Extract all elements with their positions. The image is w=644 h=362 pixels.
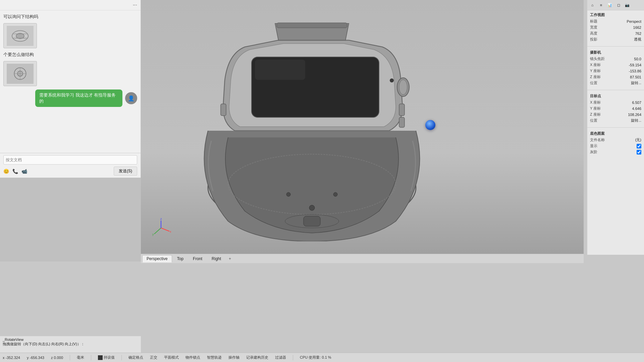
svg-rect-15 [399, 104, 405, 116]
lower-left-area [0, 178, 141, 261]
status-snap5[interactable]: 智慧轨迹 [207, 355, 222, 360]
rp-value-height: 762 [635, 32, 641, 36]
command-line-1: _RotateView [3, 338, 138, 342]
svg-point-24 [286, 192, 290, 196]
rp-icon-home[interactable]: ⌂ [589, 1, 596, 9]
rp-row-grayscale: 灰阶 [590, 149, 641, 155]
tab-front[interactable]: Front [189, 255, 207, 262]
svg-rect-16 [399, 117, 405, 127]
rp-row-x-tgt: X 座标 6.507 [590, 100, 641, 105]
svg-rect-17 [221, 104, 226, 116]
rp-label-width: 宽度 [590, 25, 597, 30]
viewport-tabs: Perspective Top Front Right + [141, 254, 584, 263]
viewport[interactable]: x y z [141, 0, 584, 255]
tab-perspective[interactable]: Perspective [142, 255, 172, 262]
avatar: 👤 [125, 92, 137, 104]
rp-section-camera: 摄影机 镜头焦距 50.0 X 座标 -59.154 Y 座标 -153.86 … [587, 48, 644, 88]
status-snap7[interactable]: 记录建构历史 [246, 355, 268, 360]
rp-title-bg: 底色图案 [590, 131, 641, 136]
rp-value-pos-cam: 旋转... [631, 80, 641, 85]
chat-panel: ··· 可以询问下结构吗 个要怎么做结构 [0, 0, 141, 178]
svg-point-2 [16, 33, 24, 39]
tab-add-button[interactable]: + [226, 255, 234, 262]
rp-checkbox-grayscale[interactable] [637, 150, 641, 155]
rp-icon-camera[interactable]: 📷 [624, 1, 631, 9]
rp-row-y-cam: Y 座标 -153.86 [590, 68, 641, 73]
chat-thumbnail-1 [3, 23, 37, 48]
rp-value-pos-tgt: 旋转... [631, 118, 641, 123]
chat-bubble: 需要系统和我学习 我这边才 有指导服务的 [35, 89, 122, 107]
rp-value-z-tgt: 108.264 [628, 113, 641, 117]
phone-icon[interactable]: 📞 [12, 169, 18, 174]
rp-value-focal: 50.0 [634, 57, 641, 61]
chat-actions: 😊 📞 📹 发送(S) [3, 167, 137, 176]
rp-row-focal: 镜头焦距 50.0 [590, 56, 641, 61]
svg-text:y: y [152, 233, 154, 236]
svg-rect-18 [277, 23, 347, 28]
status-divider-4 [293, 355, 293, 360]
svg-point-20 [390, 78, 394, 82]
status-snap8[interactable]: 过滤器 [275, 355, 286, 360]
rp-section-target: 目标点 X 座标 6.507 Y 座标 4.646 Z 座标 108.264 位… [587, 92, 644, 126]
rp-value-y-tgt: 4.646 [632, 107, 641, 111]
axis-indicator: x y z [151, 218, 171, 238]
rp-value-y-cam: -153.86 [629, 69, 641, 73]
rp-row-filename: 文件名称 (无) [590, 137, 641, 142]
svg-text:z: z [160, 218, 162, 221]
rp-title-view: 工作视图 [590, 12, 641, 17]
status-snap6[interactable]: 操作轴 [228, 355, 239, 360]
rp-label-height: 高度 [590, 31, 597, 36]
rp-title-camera: 摄影机 [590, 50, 641, 55]
chat-thumbnail-2 [3, 61, 37, 86]
right-panel-toolbar: ⌂ ≡ 📊 ◻ 📷 [587, 0, 644, 10]
status-divider-2 [91, 355, 91, 360]
rp-icon-display[interactable]: ◻ [615, 1, 622, 9]
rp-section-view: 工作视图 标题 Perspect 宽度 1662 高度 762 投影 透视 [587, 10, 644, 45]
tab-right[interactable]: Right [207, 255, 225, 262]
more-icon[interactable]: ··· [133, 2, 137, 8]
rp-checkbox-display[interactable] [637, 144, 641, 148]
rp-label-pos-cam: 位置 [590, 80, 597, 85]
rp-value-z-cam: 87.501 [630, 75, 641, 79]
svg-rect-12 [255, 60, 305, 80]
chat-messages: 可以询问下结构吗 个要怎么做结构 需要系统和我学习 我这边才 有指导服务 [0, 10, 141, 153]
tab-top[interactable]: Top [173, 255, 188, 262]
rp-label-filename: 文件名称 [590, 137, 605, 142]
rp-icon-chart[interactable]: 📊 [606, 1, 613, 9]
rp-label-focal: 镜头焦距 [590, 56, 605, 61]
emoji-icon[interactable]: 😊 [3, 169, 9, 174]
status-unit: 毫米 [77, 355, 84, 360]
status-bar: x -352.324 y -656.343 z 0.000 毫米 持设值 确定格… [0, 353, 644, 362]
svg-point-25 [333, 192, 337, 196]
rp-label-title: 标题 [590, 19, 597, 24]
status-divider-1 [70, 355, 70, 360]
rp-label-z-cam: Z 座标 [590, 74, 601, 79]
rp-label-y-cam: Y 座标 [590, 68, 601, 73]
video-icon[interactable]: 📹 [21, 169, 27, 174]
status-snap3[interactable]: 平面模式 [164, 355, 179, 360]
svg-line-26 [161, 228, 169, 231]
rp-row-z-tgt: Z 座标 108.264 [590, 112, 641, 117]
rp-value-proj: 透视 [634, 37, 641, 42]
send-button[interactable]: 发送(S) [114, 167, 137, 176]
rp-row-y-tgt: Y 座标 4.646 [590, 106, 641, 111]
rp-value-width: 1662 [633, 25, 641, 29]
status-snap2[interactable]: 正交 [150, 355, 157, 360]
command-line-2: 拖拽做旋转（向下(D) 向左(L) 向右(R) 向上(V)）： [3, 342, 138, 347]
rp-icon-layers[interactable]: ≡ [597, 1, 605, 9]
status-coord-x: x -352.324 [3, 356, 20, 360]
right-panel: ⌂ ≡ 📊 ◻ 📷 工作视图 标题 Perspect 宽度 1662 高度 76… [587, 0, 644, 255]
rp-value-x-cam: -59.154 [629, 63, 641, 67]
chat-input[interactable] [3, 155, 137, 165]
rp-row-width: 宽度 1662 [590, 25, 641, 30]
status-snap4[interactable]: 物件锁点 [185, 355, 200, 360]
status-cpu: CPU 使用量: 0.1 % [300, 355, 331, 360]
command-line: _RotateView 拖拽做旋转（向下(D) 向左(L) 向右(R) 向上(V… [0, 336, 141, 353]
chat-input-area: 😊 📞 📹 发送(S) [0, 153, 141, 178]
status-coord-y: y -656.343 [27, 356, 44, 360]
rp-label-z-tgt: Z 座标 [590, 112, 601, 117]
rp-label-grayscale: 灰阶 [590, 149, 597, 155]
status-snap1[interactable]: 确定格点 [128, 355, 143, 360]
rp-row-x-cam: X 座标 -59.154 [590, 62, 641, 67]
rp-label-y-tgt: Y 座标 [590, 106, 601, 111]
